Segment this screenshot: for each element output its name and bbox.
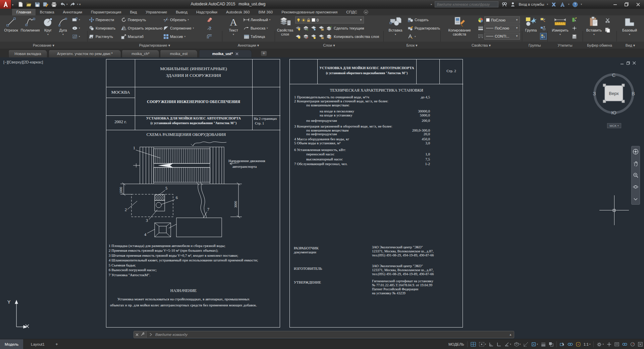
layer-thaw-icon[interactable] (311, 34, 316, 40)
annotation-monitor-button[interactable] (607, 342, 611, 347)
make-current-label[interactable]: Сделать текущим (334, 26, 364, 30)
viewcube-ucs-button[interactable]: МСК▾ (607, 123, 621, 128)
quick-select-button[interactable] (572, 16, 577, 23)
app-store-dropdown-icon[interactable]: ▾ (568, 3, 570, 6)
insert-block-button[interactable]: Вставка ▼ (386, 16, 405, 37)
search-collapse-icon[interactable]: ▸ (431, 3, 432, 6)
tab-insert[interactable]: Вставка (36, 9, 59, 15)
restore-button[interactable] (622, 1, 631, 8)
id-point-button[interactable] (572, 24, 577, 32)
new-file-button[interactable] (17, 1, 23, 7)
isolate-objects-button[interactable] (622, 342, 627, 346)
attributes-button[interactable]: ▾ (408, 33, 416, 40)
layer-unlock-icon[interactable] (318, 34, 324, 40)
infer-constraints-toggle[interactable] (489, 342, 494, 347)
file-tab-moika-ust[interactable]: moika_ust* (199, 50, 252, 57)
match-properties-button[interactable]: Копирование свойств (443, 16, 476, 36)
fillet-button[interactable]: Сопряжение▾ (163, 24, 194, 32)
panel-title-groups[interactable]: Группы (522, 42, 547, 49)
move-button[interactable]: Перенести (89, 16, 114, 23)
tab-addins[interactable]: Надстройки (192, 9, 222, 15)
base-view-dropdown-icon[interactable]: ▼ (629, 33, 631, 37)
panel-title-layers[interactable]: Слои ▾ (275, 42, 383, 49)
nav-zoom-icon[interactable] (633, 172, 638, 179)
array-dropdown-icon[interactable]: ▾ (184, 35, 185, 38)
help-icon[interactable]: ? (572, 1, 578, 7)
drawing-minimize-icon[interactable] (621, 60, 624, 66)
array-button[interactable]: Массив▾ (163, 33, 185, 40)
tab-parametric[interactable]: Параметризация (87, 9, 125, 15)
save-as-button[interactable] (43, 1, 49, 7)
base-view-button[interactable]: Базовый ▼ (619, 16, 640, 37)
file-tab-moika-est[interactable]: moika_est (160, 50, 198, 57)
lineweight-toggle[interactable] (541, 342, 546, 347)
drawing-close-icon[interactable] (633, 60, 636, 66)
panel-title-clipboard[interactable]: Буфер обмена (583, 42, 616, 49)
viewcube[interactable]: С В Ю З Верх (592, 71, 636, 122)
paste-dropdown-icon[interactable]: ▼ (593, 33, 595, 37)
layer-off-icon[interactable] (295, 26, 301, 31)
color-select[interactable]: ПоСлою▼ (484, 16, 520, 23)
application-menu-arrow-icon[interactable]: ▾ (12, 3, 13, 6)
command-history-icon[interactable]: ▲ (507, 333, 514, 336)
text-dropdown-icon[interactable]: ▼ (232, 33, 235, 37)
tab-annotate[interactable]: Аннотации (59, 9, 87, 15)
tab-spds[interactable]: СПДС (342, 9, 362, 15)
model-tab[interactable]: Модель (0, 339, 23, 349)
lineweight-dropdown-icon[interactable]: ▼ (516, 27, 518, 30)
insert-dropdown-icon[interactable]: ▼ (394, 33, 397, 37)
group-button[interactable]: Группа (523, 16, 539, 32)
file-tab-moika-ch[interactable]: moika_ch* (122, 50, 159, 57)
save-button[interactable] (34, 1, 40, 7)
hatch-button[interactable]: ▾ (72, 33, 80, 40)
exchange-icon[interactable] (551, 1, 557, 7)
circle-dropdown-icon[interactable]: ▼ (47, 33, 49, 37)
layer-on-icon[interactable] (295, 34, 301, 40)
model-space-indicator[interactable]: МОДЕЛЬ (448, 342, 464, 346)
tab-view[interactable]: Вид (125, 9, 141, 15)
layout1-tab[interactable]: Layout1 (26, 339, 49, 349)
layer-freeze-icon[interactable] (311, 26, 316, 31)
match-layer-label[interactable]: Копировать свойства слоя (334, 35, 379, 39)
sign-in-dropdown-icon[interactable]: ▾ (547, 3, 548, 6)
fillet-dropdown-icon[interactable]: ▾ (193, 27, 194, 30)
workspace-switching-button[interactable]: ▾ (597, 342, 604, 347)
command-prompt[interactable]: Введите команду (147, 333, 507, 337)
panel-title-block[interactable]: Блок ▾ (383, 42, 440, 49)
file-tab-agregat[interactable]: Агрегатн. участок по рем.двиг.* (49, 50, 121, 57)
tab-home[interactable]: Главная (12, 9, 36, 15)
edit-block-button[interactable]: Редактировать (408, 24, 440, 32)
layer-select-dropdown-icon[interactable]: ▼ (360, 18, 362, 21)
rectangle-dropdown-icon[interactable]: ▾ (79, 18, 80, 21)
nav-more-icon[interactable] (634, 196, 638, 202)
minimize-button[interactable] (610, 1, 620, 8)
scale-button[interactable]: Масштаб (121, 33, 144, 40)
panel-title-annotation[interactable]: Аннотации ▾ (222, 42, 275, 49)
panel-title-draw[interactable]: Рисование ▾ (0, 42, 87, 49)
plot-button[interactable] (51, 1, 57, 7)
undo-dropdown-icon[interactable]: ▾ (66, 3, 68, 6)
tab-close-icon[interactable] (235, 52, 238, 55)
hatch-dropdown-icon[interactable]: ▾ (79, 35, 80, 38)
file-tab-new[interactable]: Новая вкладка (8, 50, 47, 57)
snap-toggle[interactable]: ▾ (479, 342, 486, 347)
sign-in-label[interactable]: Вход в службы (519, 2, 544, 6)
explode-button[interactable] (207, 24, 212, 32)
measure-dropdown-icon[interactable]: ▼ (559, 33, 561, 37)
ribbon-display-toggle[interactable] (364, 9, 368, 15)
redo-button[interactable] (70, 1, 76, 7)
tab-manage[interactable]: Управление (141, 9, 171, 15)
tab-bim360[interactable]: BIM 360 (254, 9, 277, 15)
new-tab-button[interactable]: + (261, 51, 267, 56)
offset-button[interactable] (207, 33, 212, 40)
layer-unisolate-icon[interactable] (303, 34, 309, 40)
polyline-button[interactable]: Полилиния (20, 16, 40, 32)
create-block-button[interactable]: Создать (408, 16, 429, 23)
drawing-canvas[interactable]: [−][Сверху][2D-каркас] МОБИЛЬНЫЕ (ИНВЕНТ… (0, 57, 644, 339)
open-file-button[interactable] (26, 1, 32, 7)
quick-properties-toggle[interactable] (614, 342, 619, 347)
transparency-toggle[interactable] (549, 342, 553, 347)
graphics-performance-button[interactable] (630, 342, 635, 347)
tab-featured-apps[interactable]: Рекомендованные приложения (277, 9, 342, 15)
stretch-button[interactable]: Растянуть (89, 33, 113, 40)
